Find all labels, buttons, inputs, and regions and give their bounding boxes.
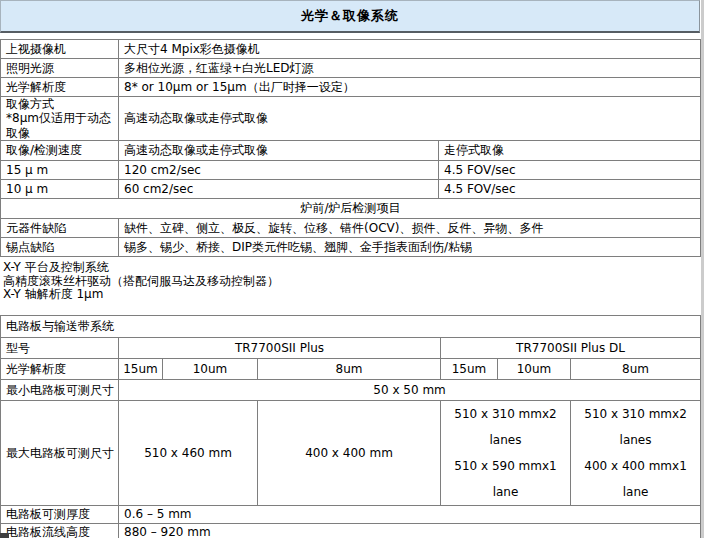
table-row: 电路板可测厚度 0.6 – 5 mm <box>1 506 701 524</box>
inspection-header-title: 炉前/炉后检测项目 <box>1 199 701 219</box>
board-section-title: 电路板与输送带系统 <box>1 316 701 338</box>
table-row-min-size: 最小电路板可测尺寸 50 x 50 mm <box>1 380 701 401</box>
resolution-col: 10um <box>163 359 258 380</box>
table-row: 15 μ m 120 cm2/sec 4.5 FOV/sec <box>1 161 701 180</box>
page-corner-mark <box>0 533 9 538</box>
spec-value: 880 – 920 mm <box>119 524 701 538</box>
defect-value: 锡多、锡少、桥接、DIP类元件吃锡、翘脚、金手指表面刮伤/粘锡 <box>119 238 701 257</box>
spec-label: 照明光源 <box>1 59 119 78</box>
max-size-label: 最大电路板可测尺寸 <box>1 401 119 506</box>
section-header-optics: 光学＆取像系统 <box>0 0 700 33</box>
table-row-max-size: 最大电路板可测尺寸 510 x 460 mm 400 x 400 mm 510 … <box>1 401 701 506</box>
speed-header-mode2: 走停式取像 <box>439 141 701 161</box>
min-size-label: 最小电路板可测尺寸 <box>1 380 119 401</box>
min-size-value: 50 x 50 mm <box>119 380 701 401</box>
resolution-col: 8um <box>571 359 701 380</box>
section-header-optics-title: 光学＆取像系统 <box>301 7 399 25</box>
table-row-resolution: 光学解析度 15um 10um 8um 15um 10um 8um <box>1 359 701 380</box>
speed-row-value: 120 cm2/sec <box>119 161 439 180</box>
spec-label: 取像方式 *8μm仅适用于动态取像 <box>1 97 119 141</box>
table-row: 上视摄像机 大尺寸4 Mpix彩色摄像机 <box>1 40 701 59</box>
table-row-section-title: 电路板与输送带系统 <box>1 316 701 338</box>
xy-platform-note: X-Y 平台及控制系统 高精度滚珠丝杆驱动（搭配伺服马达及移动控制器） X-Y … <box>3 261 697 302</box>
max-size-dl-8: 510 x 310 mmx2 lanes 400 x 400 mmx1 lane <box>571 401 701 506</box>
resolution-col: 8um <box>258 359 441 380</box>
speed-header-label: 取像/检测速度 <box>1 141 119 161</box>
max-size-plus-15-10: 510 x 460 mm <box>119 401 258 506</box>
model-name-plus: TR7700SII Plus <box>119 338 441 359</box>
table-row-model: 型号 TR7700SII Plus TR7700SII Plus DL <box>1 338 701 359</box>
defect-label: 元器件缺陷 <box>1 219 119 238</box>
table-row: 照明光源 多相位光源，红蓝绿+白光LED灯源 <box>1 59 701 78</box>
spec-label: 电路板可测厚度 <box>1 506 119 524</box>
speed-row-value: 60 cm2/sec <box>119 180 439 199</box>
table-row: 取像方式 *8μm仅适用于动态取像 高速动态取像或走停式取像 <box>1 97 701 141</box>
spec-value: 多相位光源，红蓝绿+白光LED灯源 <box>119 59 701 78</box>
table-row: 10 μ m 60 cm2/sec 4.5 FOV/sec <box>1 180 701 199</box>
defect-label: 锡点缺陷 <box>1 238 119 257</box>
max-size-dl-15-10: 510 x 310 mmx2 lanes 510 x 590 mmx1 lane <box>441 401 571 506</box>
speed-row-label: 10 μ m <box>1 180 119 199</box>
resolution-label: 光学解析度 <box>1 359 119 380</box>
resolution-col: 15um <box>119 359 163 380</box>
resolution-col: 15um <box>441 359 498 380</box>
model-label: 型号 <box>1 338 119 359</box>
spec-value: 大尺寸4 Mpix彩色摄像机 <box>119 40 701 59</box>
speed-row-label: 15 μ m <box>1 161 119 180</box>
table-row: 锡点缺陷 锡多、锡少、桥接、DIP类元件吃锡、翘脚、金手指表面刮伤/粘锡 <box>1 238 701 257</box>
defect-value: 缺件、立碑、侧立、极反、旋转、位移、错件(OCV)、损件、反件、异物、多件 <box>119 219 701 238</box>
spec-value: 0.6 – 5 mm <box>119 506 701 524</box>
spec-value: 高速动态取像或走停式取像 <box>119 97 701 141</box>
table-row: 光学解析度 8* or 10μm or 15μm（出厂时择一设定） <box>1 78 701 97</box>
table-row: 电路板流线高度 880 – 920 mm <box>1 524 701 538</box>
spec-value: 8* or 10μm or 15μm（出厂时择一设定） <box>119 78 701 97</box>
speed-row-value: 4.5 FOV/sec <box>439 161 701 180</box>
max-size-plus-8: 400 x 400 mm <box>258 401 441 506</box>
speed-row-value: 4.5 FOV/sec <box>439 180 701 199</box>
speed-header-mode1: 高速动态取像或走停式取像 <box>119 141 439 161</box>
table-row-inspection-header: 炉前/炉后检测项目 <box>1 199 701 219</box>
spec-label: 光学解析度 <box>1 78 119 97</box>
table-row-speed-header: 取像/检测速度 高速动态取像或走停式取像 走停式取像 <box>1 141 701 161</box>
resolution-col: 10um <box>498 359 571 380</box>
spec-label: 上视摄像机 <box>1 40 119 59</box>
spec-label: 电路板流线高度 <box>1 524 119 538</box>
board-spec-table: 电路板与输送带系统 型号 TR7700SII Plus TR7700SII Pl… <box>0 315 701 538</box>
optics-spec-table: 上视摄像机 大尺寸4 Mpix彩色摄像机 照明光源 多相位光源，红蓝绿+白光LE… <box>0 39 701 257</box>
model-name-plus-dl: TR7700SII Plus DL <box>441 338 701 359</box>
table-row: 元器件缺陷 缺件、立碑、侧立、极反、旋转、位移、错件(OCV)、损件、反件、异物… <box>1 219 701 238</box>
